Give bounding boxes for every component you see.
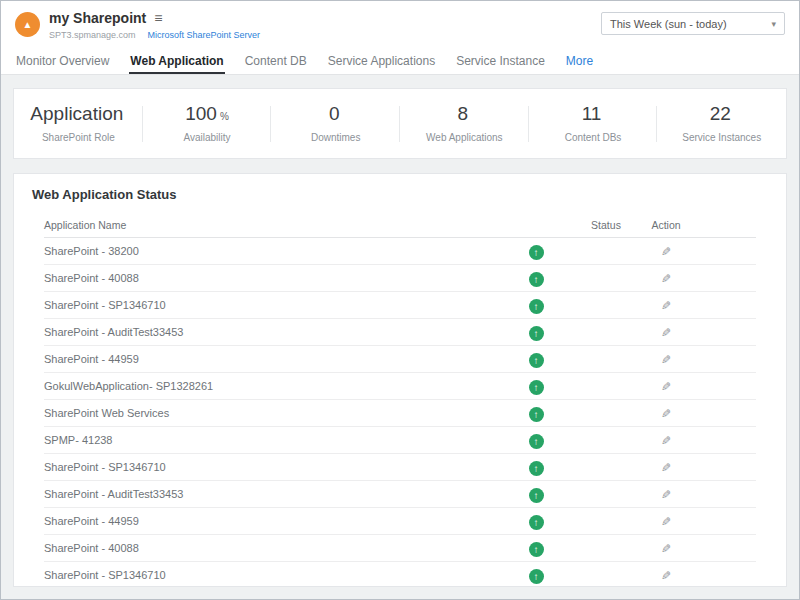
stat-label: SharePoint Role xyxy=(14,132,143,143)
stat-value: 22 xyxy=(710,103,731,124)
content: Application SharePoint Role 100% Availab… xyxy=(1,75,799,599)
action-cell: ✎ xyxy=(636,539,696,557)
edit-pencil-icon[interactable]: ✎ xyxy=(661,488,671,502)
stat-label: Service Instances xyxy=(657,132,786,143)
stat-block: 8 Web Applications xyxy=(400,100,529,147)
status-cell: ↑ xyxy=(496,458,576,477)
table-body: SharePoint - 38200 ↑ ✎ SharePoint - 4008… xyxy=(44,238,756,587)
action-cell: ✎ xyxy=(636,350,696,368)
table-row: GokulWebApplication- SP1328261 ↑ ✎ xyxy=(44,373,756,400)
stat-value: 11 xyxy=(582,103,602,124)
table-row: SharePoint - 44959 ↑ ✎ xyxy=(44,508,756,535)
status-table: Application Name Status Action SharePoin… xyxy=(14,213,786,587)
tab-service-applications[interactable]: Service Applications xyxy=(327,48,436,74)
action-cell: ✎ xyxy=(636,458,696,476)
tab-web-application[interactable]: Web Application xyxy=(129,48,224,74)
server-type-link[interactable]: Microsoft SharePoint Server xyxy=(148,30,261,40)
application-name: SharePoint - 40088 xyxy=(44,542,496,554)
table-row: SharePoint - SP1346710 ↑ ✎ xyxy=(44,454,756,481)
stat-value: Application xyxy=(30,103,123,124)
action-cell: ✎ xyxy=(636,296,696,314)
status-cell: ↑ xyxy=(496,404,576,423)
hamburger-menu-icon[interactable]: ≡ xyxy=(154,11,162,25)
section-title: Web Application Status xyxy=(14,174,786,213)
stat-value: 0 xyxy=(329,103,340,124)
edit-pencil-icon[interactable]: ✎ xyxy=(661,515,671,529)
tab-service-instance[interactable]: Service Instance xyxy=(455,48,546,74)
application-name: SharePoint - AuditTest33453 xyxy=(44,488,496,500)
action-cell: ✎ xyxy=(636,242,696,260)
table-row: SharePoint - SP1346710 ↑ ✎ xyxy=(44,562,756,587)
action-cell: ✎ xyxy=(636,566,696,584)
edit-pencil-icon[interactable]: ✎ xyxy=(661,353,671,367)
stat-block: 0 Downtimes xyxy=(271,100,400,147)
table-row: SharePoint - 38200 ↑ ✎ xyxy=(44,238,756,265)
column-application-name: Application Name xyxy=(44,219,496,231)
edit-pencil-icon[interactable]: ✎ xyxy=(661,272,671,286)
stat-label: Content DBs xyxy=(529,132,658,143)
edit-pencil-icon[interactable]: ✎ xyxy=(661,245,671,259)
time-range-select[interactable]: This Week (sun - today) ▾ xyxy=(601,12,785,35)
status-up-arrow-icon: ↑ xyxy=(529,488,544,503)
action-cell: ✎ xyxy=(636,404,696,422)
action-cell: ✎ xyxy=(636,512,696,530)
application-name: SPMP- 41238 xyxy=(44,434,496,446)
stat-value: 100 xyxy=(185,103,217,124)
stat-label: Downtimes xyxy=(271,132,400,143)
status-up-arrow-icon: ↑ xyxy=(529,542,544,557)
edit-pencil-icon[interactable]: ✎ xyxy=(661,407,671,421)
table-row: SharePoint - 40088 ↑ ✎ xyxy=(44,265,756,292)
status-card: Web Application Status Application Name … xyxy=(13,173,787,587)
stat-label: Web Applications xyxy=(400,132,529,143)
edit-pencil-icon[interactable]: ✎ xyxy=(661,326,671,340)
table-row: SharePoint - AuditTest33453 ↑ ✎ xyxy=(44,319,756,346)
status-up-arrow-icon: ↑ xyxy=(529,380,544,395)
table-row: SPMP- 41238 ↑ ✎ xyxy=(44,427,756,454)
status-up-arrow-icon: ↑ xyxy=(529,245,544,260)
status-cell: ↑ xyxy=(496,269,576,288)
status-cell: ↑ xyxy=(496,431,576,450)
table-row: SharePoint - 40088 ↑ ✎ xyxy=(44,535,756,562)
table-header-row: Application Name Status Action xyxy=(44,213,756,238)
tab-content-db[interactable]: Content DB xyxy=(244,48,308,74)
status-cell: ↑ xyxy=(496,377,576,396)
edit-pencil-icon[interactable]: ✎ xyxy=(661,461,671,475)
application-name: SharePoint - SP1346710 xyxy=(44,461,496,473)
status-up-arrow-icon: ↑ xyxy=(529,434,544,449)
application-name: SharePoint - 44959 xyxy=(44,353,496,365)
table-row: SharePoint - 44959 ↑ ✎ xyxy=(44,346,756,373)
edit-pencil-icon[interactable]: ✎ xyxy=(661,299,671,313)
edit-pencil-icon[interactable]: ✎ xyxy=(661,542,671,556)
monitor-host: SPT3.spmanage.com xyxy=(49,30,136,40)
status-up-arrow-icon: ↑ xyxy=(529,407,544,422)
status-up-arrow-icon: ↑ xyxy=(529,272,544,287)
status-cell: ↑ xyxy=(496,485,576,504)
stat-value: 8 xyxy=(458,103,469,124)
status-cell: ↑ xyxy=(496,566,576,585)
edit-pencil-icon[interactable]: ✎ xyxy=(661,380,671,394)
time-range-value: This Week (sun - today) xyxy=(610,18,727,30)
status-cell: ↑ xyxy=(496,512,576,531)
application-name: SharePoint - 40088 xyxy=(44,272,496,284)
stat-suffix: % xyxy=(220,111,229,122)
status-cell: ↑ xyxy=(496,323,576,342)
stats-card: Application SharePoint Role 100% Availab… xyxy=(13,88,787,159)
status-up-arrow-icon: ↑ xyxy=(529,515,544,530)
stat-block: 100% Availability xyxy=(143,100,272,147)
stat-label: Availability xyxy=(143,132,272,143)
action-cell: ✎ xyxy=(636,269,696,287)
table-row: SharePoint Web Services ↑ ✎ xyxy=(44,400,756,427)
application-name: SharePoint - SP1346710 xyxy=(44,569,496,581)
tab-monitor-overview[interactable]: Monitor Overview xyxy=(15,48,110,74)
status-cell: ↑ xyxy=(496,350,576,369)
column-action: Action xyxy=(636,219,696,231)
edit-pencil-icon[interactable]: ✎ xyxy=(661,569,671,583)
status-up-arrow-icon: ↑ xyxy=(529,461,544,476)
action-cell: ✎ xyxy=(636,431,696,449)
tab-more[interactable]: More xyxy=(565,48,594,74)
application-name: SharePoint - 44959 xyxy=(44,515,496,527)
status-up-arrow-icon: ↑ xyxy=(529,299,544,314)
edit-pencil-icon[interactable]: ✎ xyxy=(661,434,671,448)
action-cell: ✎ xyxy=(636,485,696,503)
warning-triangle-icon: ▲ xyxy=(15,12,40,37)
